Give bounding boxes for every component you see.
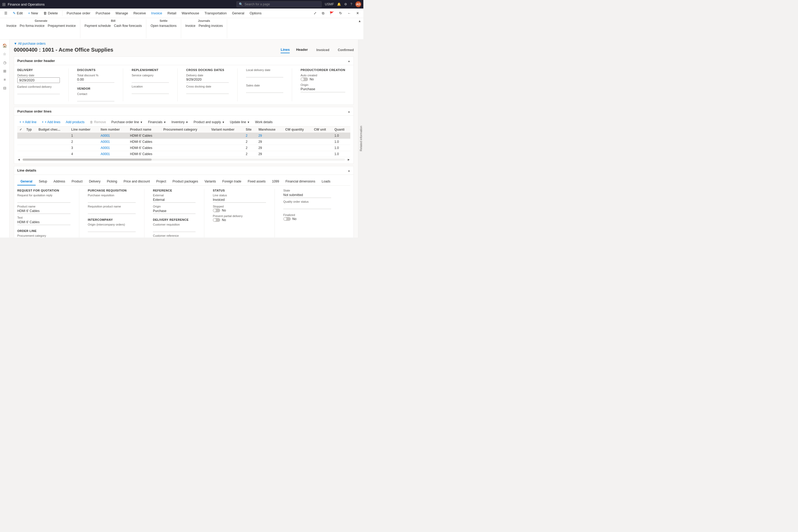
ribbon-item-payment-schedule[interactable]: Payment schedule [83,23,112,28]
work-details-button[interactable]: Work details [253,119,275,125]
right-panel[interactable]: Related information [358,40,363,238]
ribbon-item-pro-forma[interactable]: Pro forma invoice [19,23,45,28]
refresh-button[interactable]: ↻ [337,10,344,16]
hamburger-button[interactable]: ☰ [2,10,10,16]
line-detail-tab-address[interactable]: Address [50,178,68,185]
line-detail-tab-variants[interactable]: Variants [201,178,219,185]
tab-transportation[interactable]: Transportation [203,10,229,16]
inventory-button[interactable]: Inventory ▼ [169,119,190,125]
stopped-toggle[interactable]: No [213,209,266,212]
line-detail-tab-product-packages[interactable]: Product packages [169,178,201,185]
copy-button[interactable]: ⧉ [320,10,326,17]
total-discount-value[interactable]: 0.00 [77,77,114,83]
sidebar-recent-icon[interactable]: ◷ [1,59,8,66]
scroll-right-icon[interactable]: ► [347,158,350,162]
scroll-left-icon[interactable]: ◄ [17,158,20,162]
line-details-collapse[interactable] [348,168,350,172]
line-detail-tab-1099[interactable]: 1099 [269,178,283,185]
add-products-button[interactable]: Add products [63,119,87,125]
tab-receive[interactable]: Receive [131,10,148,16]
table-row[interactable]: 3 A0001 HDMI 6' Cables 2 29 1.0 [17,145,350,151]
tab-invoice[interactable]: Invoice [149,10,164,16]
po-lines-collapse[interactable] [348,109,350,113]
tab-purchase[interactable]: Purchase [93,10,112,16]
tab-purchase-order[interactable]: Purchase order [65,10,93,16]
delete-button[interactable]: 🗑 Delete [41,10,60,16]
breadcrumb[interactable]: ▼ All purchase orders [14,42,354,45]
search-bar[interactable]: 🔍 Search for a page [236,1,322,7]
sidebar-star-icon[interactable]: ☆ [1,50,8,58]
toggle-switch-stopped[interactable] [213,209,220,212]
auto-created-toggle[interactable]: No [301,77,345,81]
prevent-partial-toggle[interactable]: No [213,218,266,222]
back-button[interactable]: ← [345,10,353,16]
table-row[interactable]: 2 A0001 HDMI 6' Cables 2 29 1.0 [17,139,350,145]
user-avatar[interactable]: AD [355,1,361,7]
sidebar-workspace-icon[interactable]: ⊞ [1,67,8,75]
tab-retail[interactable]: Retail [166,10,178,16]
delivery-date-input[interactable]: 9/29/2020 [17,77,60,83]
ribbon-item-journals-invoice[interactable]: Invoice [184,23,196,28]
col-cw-qty: CW quantity [283,127,312,133]
expand-button[interactable]: ⤢ [311,10,319,16]
help-icon[interactable]: ? [350,2,352,6]
remove-button[interactable]: 🗑 Remove [88,119,108,125]
financials-button[interactable]: Financials ▼ [146,119,168,125]
line-detail-tab-product[interactable]: Product [68,178,86,185]
ribbon-item-pending-invoices[interactable]: Pending invoices [198,23,224,28]
line-detail-tab-foreign-trade[interactable]: Foreign trade [219,178,244,185]
ribbon-item-open-transactions[interactable]: Open transactions [150,23,177,28]
tab-lines[interactable]: Lines [281,46,290,53]
line-detail-tab-loads[interactable]: Loads [318,178,334,185]
product-name-value[interactable]: HDMI 6' Cables [17,209,71,214]
sidebar-home-icon[interactable]: 🏠 [1,42,8,49]
app-grid-icon[interactable]: ⊞ [2,2,5,7]
col-typ: Typ [24,127,36,133]
sidebar-list-icon[interactable]: ≡ [1,76,8,83]
tab-warehouse[interactable]: Warehouse [179,10,201,16]
row-product-name: HDMI 6' Cables [128,139,161,145]
line-detail-tab-fixed-assets[interactable]: Fixed assets [244,178,269,185]
tab-header[interactable]: Header [296,46,308,53]
update-line-button[interactable]: Update line ▼ [228,119,252,125]
tab-options[interactable]: Options [247,10,264,16]
filter-icon: ▼ [14,42,17,45]
add-lines-button[interactable]: + + Add lines [40,119,62,125]
ribbon-item-prepayment[interactable]: Prepayment invoice [46,23,77,28]
product-supply-button[interactable]: Product and supply ▼ [191,119,227,125]
edit-button[interactable]: ✎ Edit [11,10,25,16]
new-button[interactable]: + New [26,10,40,16]
col-site: Site [244,127,256,133]
close-button[interactable]: ✕ [354,10,361,16]
notification-icon[interactable]: 🔔 [337,2,341,6]
line-detail-tab-delivery[interactable]: Delivery [86,178,103,185]
line-detail-tab-setup[interactable]: Setup [36,178,50,185]
line-detail-tab-financial-dimensions[interactable]: Financial dimensions [282,178,318,185]
line-detail-tab-project[interactable]: Project [153,178,169,185]
earliest-confirmed-field: Earliest confirmed delivery [17,85,60,94]
ribbon-collapse-icon[interactable]: ▲ [358,19,361,23]
toggle-switch-prevent-partial[interactable] [213,218,220,222]
purchase-order-line-button[interactable]: Purchase order line ▼ [109,119,145,125]
text-value[interactable]: HDMI 6' Cables [17,220,71,225]
tab-general[interactable]: General [230,10,246,16]
finalized-toggle[interactable]: No [283,217,331,221]
sidebar-filter-icon[interactable]: ⊟ [1,84,8,92]
tab-manage[interactable]: Manage [113,10,130,16]
table-row[interactable]: 4 A0001 HDMI 6' Cables 2 29 1.0 [17,151,350,157]
ribbon-item-invoice[interactable]: Invoice [5,23,18,28]
table-scroll-bar[interactable]: ◄ ► [17,158,350,162]
remove-icon: 🗑 [90,120,93,124]
line-detail-tab-picking[interactable]: Picking [104,178,120,185]
ribbon-item-cash-flow[interactable]: Cash flow forecasts [113,23,143,28]
flag-button[interactable]: 🚩 [327,10,336,16]
table-row[interactable]: 1 A0001 HDMI 6' Cables 2 29 1.0 [17,133,350,139]
line-detail-tab-general[interactable]: General [17,178,36,185]
po-header-collapse[interactable] [348,59,350,63]
scroll-track[interactable] [23,158,345,161]
toggle-switch-finalized[interactable] [283,217,291,221]
toggle-switch-auto-created[interactable] [301,77,308,81]
settings-icon[interactable]: ⚙ [344,2,347,6]
add-line-button[interactable]: + + Add line [17,119,39,125]
line-detail-tab-price-and-discount[interactable]: Price and discount [120,178,153,185]
